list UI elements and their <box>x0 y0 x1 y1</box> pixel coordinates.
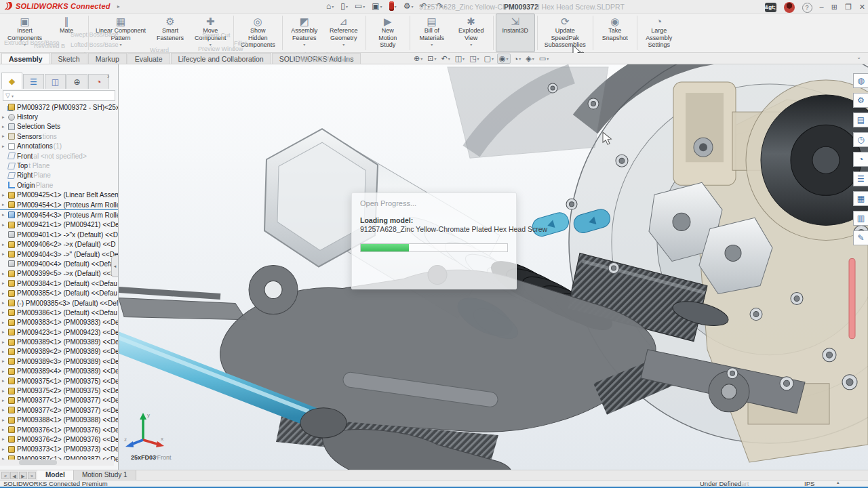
ribbon-button[interactable]: ▾ <box>593 16 593 50</box>
dropdown-arrow-icon[interactable]: ▾ <box>434 56 436 61</box>
expander-arrow-icon[interactable]: ▸ <box>2 300 8 306</box>
restore-button[interactable]: ❐ <box>845 1 852 13</box>
featuremanager-tab[interactable]: ◆ <box>1 73 22 89</box>
tree-item[interactable]: ▸ PM009377<1> (PM009377) <<Def <box>0 396 118 405</box>
bill-of-materials-button[interactable]: ▤ Bill of Materials ▾ <box>412 14 452 52</box>
tree-item[interactable]: ▸ PM009384<1> (Default) <<Defau <box>0 279 118 288</box>
large-assembly-settings-button[interactable]: ◔ Large Assembly Settings ▾ <box>639 14 679 52</box>
expander-arrow-icon[interactable]: ▸ <box>2 329 8 335</box>
tree-item[interactable]: ▸ PM009373<1> (PM009373) <<Def <box>0 445 118 454</box>
tree-item[interactable]: ▸ (-) PM009385<3> (Default) <<Def <box>0 298 118 308</box>
command-tab[interactable]: Evaluate <box>127 53 170 64</box>
expander-arrow-icon[interactable]: ▸ <box>2 369 8 374</box>
expander-arrow-icon[interactable]: ▸ <box>2 359 8 364</box>
tree-item[interactable]: ▸ PM009383<1> (PM009383) <<Def <box>0 318 118 327</box>
tab-scroll-arrow[interactable]: ▶ <box>19 472 27 479</box>
home-button[interactable]: ⌂ ▾ <box>324 1 336 12</box>
tree-item[interactable]: ▸ Sensors tions <box>0 131 118 141</box>
tree-item[interactable]: ▸ PM009386<1> (Default) <<Defau <box>0 308 118 317</box>
expander-arrow-icon[interactable]: ▸ <box>2 202 8 207</box>
units-label[interactable]: IPS <box>804 481 814 487</box>
linear-component-pattern-button[interactable]: ▦ Linear Component Pattern ▾ <box>91 14 151 52</box>
update-speedpak-button[interactable]: ⟳ Update SpeedPak Subassemblies ▾ <box>540 14 591 52</box>
forum-icon[interactable]: ▥ <box>853 211 868 226</box>
expander-arrow-icon[interactable]: ▸ <box>2 427 8 432</box>
expander-arrow-icon[interactable]: ▸ <box>2 144 8 149</box>
previous-view-button[interactable]: ↶ ▾ <box>439 54 451 63</box>
tab-scroll-arrow[interactable]: ◀ <box>10 472 18 479</box>
tree-item[interactable]: ▸ PM009377<2> (PM009377) <<Def <box>0 405 118 415</box>
expander-arrow-icon[interactable]: ▸ <box>2 115 8 120</box>
dropdown-arrow-icon[interactable]: ▾ <box>24 42 26 47</box>
dropdown-arrow-icon[interactable]: ▾ <box>477 56 479 61</box>
open-button[interactable]: ▭ ▾ <box>353 1 367 12</box>
logo-flyout-icon[interactable]: ▸ <box>117 3 120 9</box>
document-tab[interactable]: Motion Study 1 <box>74 470 136 480</box>
dropdown-arrow-icon[interactable]: ▾ <box>507 56 509 61</box>
dropdown-arrow-icon[interactable]: ▾ <box>448 56 450 61</box>
tree-item[interactable]: ▸ PM009388<1> (PM009388) <<Def <box>0 415 118 425</box>
dropdown-arrow-icon[interactable]: ▾ <box>462 56 465 61</box>
zoom-to-fit-button[interactable]: ⊕ ▾ <box>412 54 424 63</box>
expand-button[interactable]: ⊞ <box>831 1 837 13</box>
statusbar-collapse-icon[interactable]: ▴ <box>837 480 840 485</box>
dropdown-arrow-icon[interactable]: ▾ <box>492 56 494 61</box>
document-tab[interactable]: Model <box>37 470 74 480</box>
view-orientation-button[interactable]: ◳ ▾ <box>468 54 480 63</box>
tree-item[interactable]: Front al <not specified> <box>0 151 118 161</box>
configurationmanager-tab[interactable]: ◫ <box>45 74 66 89</box>
display-style-button[interactable]: ▢ ▾ <box>483 54 495 63</box>
ribbon-button[interactable]: ▾ <box>366 16 366 50</box>
reference-geometry-button[interactable]: ⊿ Reference Geometry ▾ <box>324 14 363 52</box>
pack-and-go-icon[interactable]: ▦ <box>853 191 868 206</box>
insert-components-button[interactable]: ▣ Insert Components ▾ <box>3 14 47 52</box>
minimize-button[interactable]: – <box>820 1 824 13</box>
dropdown-arrow-icon[interactable]: ▾ <box>431 42 433 47</box>
expander-arrow-icon[interactable]: ▸ <box>2 310 8 315</box>
tree-item[interactable]: ▸ PM009454<3> (Proteus Arm Rolle <box>0 210 118 220</box>
panel-tab-overflow-chevron[interactable]: › <box>107 73 109 83</box>
tree-item[interactable]: ▸ PM009376<1> (PM009376) <<Def <box>0 425 118 434</box>
tab-scroll-arrow[interactable]: « <box>1 472 9 479</box>
close-button[interactable]: ✕ <box>859 1 865 13</box>
section-view-button[interactable]: ◫ ▾ <box>454 54 466 63</box>
hide-show-items-button[interactable]: ◉ ▾ <box>497 54 511 64</box>
tree-item[interactable]: ▸ PM009389<3> (PM009389) <<Def <box>0 357 118 366</box>
save-button[interactable]: ▣ ▾ <box>370 1 384 12</box>
dropdown-arrow-icon[interactable]: ▾ <box>342 42 344 47</box>
dimxpertmanager-tab[interactable]: ⊕ <box>66 74 87 89</box>
new-document-button[interactable]: ▯ ▾ <box>338 1 350 12</box>
tree-item[interactable]: ▸ PM009406<2> ->x (Default) <<D <box>0 239 118 249</box>
expander-arrow-icon[interactable]: ▸ <box>2 378 8 384</box>
lifecycle-status-button[interactable]: ▾ <box>387 1 399 12</box>
dropdown-arrow-icon[interactable]: ▾ <box>470 42 472 47</box>
tree-item[interactable]: ▸ PM009376<2> (PM009376) <<Def <box>0 434 118 444</box>
dropdown-arrow-icon[interactable]: ▾ <box>519 56 521 61</box>
options-button[interactable]: ⚙ ▾ <box>401 1 416 12</box>
assembly-features-button[interactable]: ◩ Assembly Features ▾ <box>285 14 324 52</box>
tree-item[interactable]: ▸ PM009454<1> (Proteus Arm Rolle P <box>0 200 118 210</box>
ribbon-button[interactable]: ▾ <box>410 16 410 50</box>
instant3d-button[interactable]: ⇲ Instant3D ▾ <box>496 14 535 52</box>
expander-arrow-icon[interactable]: ▸ <box>2 212 8 218</box>
tree-item[interactable]: ▸ PM009375<2> (PM009375) <<Def <box>0 386 118 395</box>
propertymanager-tab[interactable]: ☰ <box>23 74 44 89</box>
dropdown-arrow-icon[interactable]: ▾ <box>532 56 534 61</box>
expander-arrow-icon[interactable]: ▸ <box>2 340 8 345</box>
expander-arrow-icon[interactable]: ▸ <box>2 124 8 129</box>
take-snapshot-button[interactable]: ◉ Take Snapshot ▾ <box>595 14 635 52</box>
command-tab[interactable]: Markup <box>88 53 127 64</box>
tree-item[interactable]: ▸ PM009385<1> (Default) <<Defau <box>0 288 118 298</box>
command-tab[interactable]: Lifecycle and Collaboration <box>171 53 271 64</box>
help-button[interactable]: ? <box>802 3 812 13</box>
dropdown-arrow-icon[interactable]: ▾ <box>120 42 122 47</box>
tree-item[interactable]: ▸ Selection Sets <box>0 122 118 131</box>
tree-item[interactable]: PM009400<4> (Default) <<Defau <box>0 259 118 268</box>
command-console-button[interactable]: &gt;_ <box>765 3 776 12</box>
expander-arrow-icon[interactable]: ▸ <box>2 388 8 394</box>
displaymanager-tab[interactable]: ◔ <box>88 74 109 89</box>
dropdown-arrow-icon[interactable]: ▾ <box>420 56 422 61</box>
view-settings-button[interactable]: ▭ ▾ <box>538 54 550 63</box>
dropdown-arrow-icon[interactable]: ▾ <box>12 94 14 98</box>
expander-arrow-icon[interactable]: ▸ <box>2 192 8 198</box>
